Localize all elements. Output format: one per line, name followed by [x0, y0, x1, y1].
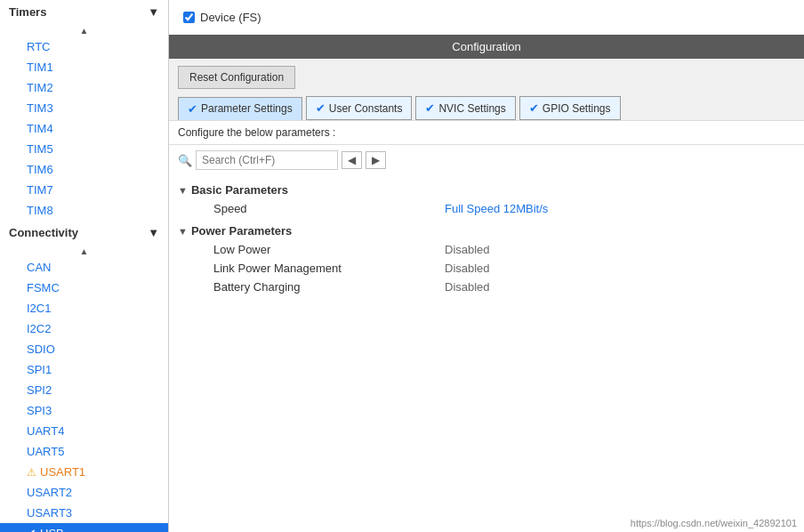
timers-label: Timers: [9, 5, 46, 19]
power-params-header[interactable]: ▼ Power Parameters: [178, 222, 795, 240]
sidebar-item-spi2[interactable]: SPI2: [0, 380, 168, 400]
param-value: Disabled: [445, 262, 490, 275]
param-value: Disabled: [445, 243, 490, 256]
tab-check-icon: ✔: [316, 101, 326, 115]
tab-user-constants[interactable]: ✔User Constants: [306, 96, 413, 120]
param-name: Low Power: [213, 243, 445, 256]
basic-params-label: Basic Parameters: [191, 183, 288, 197]
sidebar-item-tim3[interactable]: TIM3: [0, 98, 168, 118]
sidebar-item-tim8[interactable]: TIM8: [0, 200, 168, 221]
tab-check-icon: ✔: [188, 102, 197, 116]
timers-scroll-up[interactable]: ▲: [0, 24, 168, 36]
power-params-collapse-icon: ▼: [178, 226, 188, 237]
sidebar-item-tim5[interactable]: TIM5: [0, 139, 168, 159]
param-name: Battery Charging: [213, 280, 445, 294]
tab-check-icon: ✔: [529, 101, 539, 115]
reset-config-button[interactable]: Reset Configuration: [178, 66, 295, 89]
configure-text: Configure the below parameters :: [169, 120, 804, 145]
tab-label: NVIC Settings: [438, 102, 505, 115]
configure-text-label: Configure the below parameters :: [178, 126, 335, 139]
active-check-icon: ✔: [27, 527, 36, 532]
tab-check-icon: ✔: [425, 101, 435, 115]
timers-collapse-icon: ▼: [148, 5, 159, 19]
next-arrow-button[interactable]: ▶: [366, 151, 386, 169]
param-name: Link Power Management: [213, 262, 445, 275]
basic-params-section: ▼ Basic Parameters SpeedFull Speed 12MBi…: [178, 181, 795, 218]
sidebar: Timers ▼ ▲ RTCTIM1TIM2TIM3TIM4TIM5TIM6TI…: [0, 0, 169, 532]
basic-params-collapse-icon: ▼: [178, 185, 188, 196]
sidebar-item-sdio[interactable]: SDIO: [0, 339, 168, 359]
sidebar-item-uart5[interactable]: UART5: [0, 441, 168, 462]
param-row: Battery ChargingDisabled: [178, 278, 795, 296]
sidebar-item-tim2[interactable]: TIM2: [0, 77, 168, 98]
sidebar-item-usb[interactable]: ✔USB: [0, 523, 168, 532]
sidebar-item-tim4[interactable]: TIM4: [0, 118, 168, 139]
sidebar-item-spi1[interactable]: SPI1: [0, 359, 168, 380]
search-icon: 🔍: [178, 154, 192, 167]
sidebar-item-i2c1[interactable]: I2C1: [0, 298, 168, 318]
device-check-area: Device (FS): [169, 0, 804, 35]
params-area: ▼ Basic Parameters SpeedFull Speed 12MBi…: [169, 175, 804, 532]
search-row: 🔍 ◀ ▶: [169, 145, 804, 175]
param-name: Speed: [213, 202, 445, 215]
main-content: Device (FS) Configuration Reset Configur…: [169, 0, 804, 532]
timers-header[interactable]: Timers ▼: [0, 0, 168, 24]
sidebar-item-tim7[interactable]: TIM7: [0, 180, 168, 200]
connectivity-scroll-up[interactable]: ▲: [0, 245, 168, 257]
config-header-text: Configuration: [452, 40, 520, 53]
sidebar-item-tim6[interactable]: TIM6: [0, 159, 168, 180]
basic-params-header[interactable]: ▼ Basic Parameters: [178, 181, 795, 199]
connectivity-collapse-icon: ▼: [148, 226, 159, 239]
param-row: Low PowerDisabled: [178, 240, 795, 259]
config-header: Configuration: [169, 35, 804, 59]
tab-param-settings[interactable]: ✔Parameter Settings: [178, 97, 302, 120]
config-body: Reset Configuration ✔Parameter Settings✔…: [169, 59, 804, 532]
connectivity-items: CANFSMCI2C1I2C2SDIOSPI1SPI2SPI3UART4UART…: [0, 257, 168, 532]
power-params-label: Power Parameters: [191, 224, 292, 238]
connectivity-header[interactable]: Connectivity ▼: [0, 221, 168, 245]
sidebar-item-can[interactable]: CAN: [0, 257, 168, 278]
scroll-up-arrow-conn[interactable]: ▲: [77, 246, 92, 255]
search-input[interactable]: [196, 150, 338, 170]
tab-gpio-settings[interactable]: ✔GPIO Settings: [519, 96, 621, 120]
tab-label: User Constants: [329, 102, 403, 115]
basic-params-rows: SpeedFull Speed 12MBit/s: [178, 199, 795, 218]
device-fs-row[interactable]: Device (FS): [183, 11, 790, 24]
sidebar-item-rtc[interactable]: RTC: [0, 36, 168, 57]
watermark: https://blog.csdn.net/weixin_42892101: [631, 518, 797, 528]
scroll-up-arrow[interactable]: ▲: [77, 26, 92, 35]
sidebar-item-usart1[interactable]: ⚠USART1: [0, 462, 168, 482]
sidebar-item-label: USART1: [40, 465, 85, 479]
sidebar-item-usart3[interactable]: USART3: [0, 503, 168, 523]
connectivity-label: Connectivity: [9, 226, 78, 239]
device-fs-checkbox[interactable]: [183, 12, 195, 23]
tab-nvic-settings[interactable]: ✔NVIC Settings: [415, 96, 515, 120]
timers-items: RTCTIM1TIM2TIM3TIM4TIM5TIM6TIM7TIM8: [0, 36, 168, 221]
sidebar-item-fsmc[interactable]: FSMC: [0, 278, 168, 298]
connectivity-section: Connectivity ▼ ▲ CANFSMCI2C1I2C2SDIOSPI1…: [0, 221, 168, 532]
power-params-rows: Low PowerDisabledLink Power ManagementDi…: [178, 240, 795, 296]
device-fs-label: Device (FS): [200, 11, 261, 24]
param-row: SpeedFull Speed 12MBit/s: [178, 199, 795, 218]
param-value: Disabled: [445, 280, 490, 294]
sidebar-item-usart2[interactable]: USART2: [0, 482, 168, 503]
timers-section: Timers ▼ ▲ RTCTIM1TIM2TIM3TIM4TIM5TIM6TI…: [0, 0, 168, 221]
sidebar-item-uart4[interactable]: UART4: [0, 421, 168, 441]
sidebar-item-spi3[interactable]: SPI3: [0, 400, 168, 421]
sidebar-item-tim1[interactable]: TIM1: [0, 57, 168, 77]
param-value: Full Speed 12MBit/s: [445, 202, 548, 215]
tab-label: GPIO Settings: [543, 102, 611, 115]
tabs-row: ✔Parameter Settings✔User Constants✔NVIC …: [169, 96, 804, 120]
param-row: Link Power ManagementDisabled: [178, 259, 795, 278]
reset-btn-row: Reset Configuration: [169, 59, 804, 96]
warning-icon: ⚠: [27, 466, 36, 479]
power-params-section: ▼ Power Parameters Low PowerDisabledLink…: [178, 222, 795, 296]
tab-label: Parameter Settings: [201, 102, 293, 115]
prev-arrow-button[interactable]: ◀: [342, 151, 362, 169]
sidebar-item-i2c2[interactable]: I2C2: [0, 318, 168, 339]
